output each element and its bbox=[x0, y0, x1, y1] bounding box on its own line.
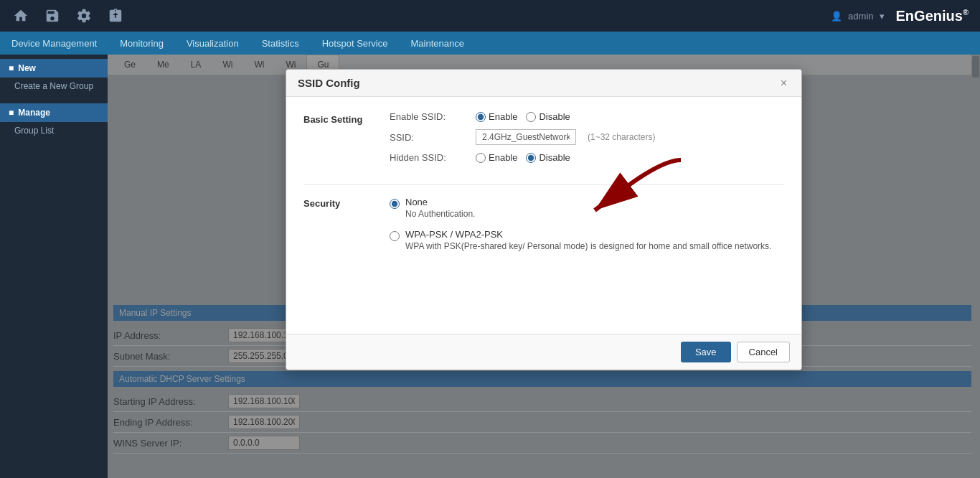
security-none-option: None No Authentication. bbox=[390, 197, 784, 219]
admin-icon: 👤 bbox=[831, 11, 842, 22]
nav-visualization[interactable]: Visualization bbox=[184, 38, 242, 49]
security-wpa-text: WPA-PSK / WPA2-PSK WPA with PSK(Pre-shar… bbox=[405, 229, 771, 251]
top-bar-left bbox=[11, 6, 125, 25]
nav-statistics[interactable]: Statistics bbox=[259, 38, 302, 49]
enable-ssid-control: Enable Disable bbox=[476, 111, 570, 122]
security-wpa-option: WPA-PSK / WPA2-PSK WPA with PSK(Pre-shar… bbox=[390, 229, 784, 251]
save-button[interactable]: Save bbox=[681, 342, 731, 362]
nav-hotspot[interactable]: Hotspot Service bbox=[319, 38, 391, 49]
sidebar-section-new: ■ New Create a New Group bbox=[0, 55, 108, 99]
ssid-hint: (1~32 characters) bbox=[588, 132, 655, 142]
hidden-disable-input[interactable] bbox=[526, 153, 536, 163]
settings-icon[interactable] bbox=[75, 6, 93, 25]
sidebar-manage-label: Manage bbox=[18, 108, 50, 118]
top-bar: 👤 admin ▾ EnGenius® bbox=[0, 0, 980, 32]
modal-overlay: SSID Config × Basic Setting Enable SSID: bbox=[108, 55, 980, 478]
sidebar-heading-manage[interactable]: ■ Manage bbox=[0, 103, 108, 122]
disable-radio-label[interactable]: Disable bbox=[526, 111, 570, 122]
sidebar-manage-icon: ■ bbox=[9, 108, 14, 118]
security-none-desc: No Authentication. bbox=[405, 209, 475, 219]
home-icon[interactable] bbox=[11, 6, 30, 25]
sidebar: ■ New Create a New Group ■ Manage Group … bbox=[0, 55, 108, 478]
modal-header: SSID Config × bbox=[286, 70, 801, 97]
sidebar-new-label: New bbox=[18, 63, 36, 73]
engenius-logo: EnGenius® bbox=[896, 8, 969, 24]
sidebar-new-icon: ■ bbox=[9, 63, 14, 73]
ssid-input[interactable] bbox=[476, 129, 576, 145]
layout: ■ New Create a New Group ■ Manage Group … bbox=[0, 55, 980, 478]
cancel-button[interactable]: Cancel bbox=[737, 342, 790, 362]
enable-radio-text: Enable bbox=[489, 111, 517, 122]
security-section: Security None No Authentication. bbox=[303, 197, 784, 261]
sidebar-section-manage: ■ Manage Group List bbox=[0, 99, 108, 144]
nav-device-management[interactable]: Device Management bbox=[9, 38, 100, 49]
ssid-row: SSID: (1~32 characters) bbox=[390, 129, 784, 145]
admin-arrow: ▾ bbox=[880, 11, 885, 22]
disable-radio-text: Disable bbox=[539, 111, 570, 122]
nav-monitoring[interactable]: Monitoring bbox=[117, 38, 166, 49]
security-section-label: Security bbox=[303, 197, 390, 261]
hidden-ssid-row: Hidden SSID: Enable Disable bbox=[390, 152, 784, 163]
basic-setting-label: Basic Setting bbox=[303, 111, 390, 170]
security-none-text: None No Authentication. bbox=[405, 197, 475, 219]
basic-setting-fields: Enable SSID: Enable Disable bbox=[390, 111, 784, 170]
clipboard-icon[interactable] bbox=[106, 6, 125, 25]
top-bar-right: 👤 admin ▾ EnGenius® bbox=[831, 8, 969, 24]
hidden-enable-label[interactable]: Enable bbox=[476, 152, 517, 163]
nav-maintenance[interactable]: Maintenance bbox=[407, 38, 466, 49]
enable-radio-input[interactable] bbox=[476, 112, 486, 122]
hidden-enable-text: Enable bbox=[489, 152, 517, 163]
save-icon[interactable] bbox=[43, 6, 62, 25]
modal-title: SSID Config bbox=[298, 77, 360, 89]
sidebar-heading-new[interactable]: ■ New bbox=[0, 59, 108, 78]
enable-radio-label[interactable]: Enable bbox=[476, 111, 517, 122]
ssid-label: SSID: bbox=[390, 132, 476, 143]
enable-ssid-label: Enable SSID: bbox=[390, 111, 476, 122]
sidebar-item-create-group[interactable]: Create a New Group bbox=[0, 78, 108, 95]
hidden-ssid-label: Hidden SSID: bbox=[390, 152, 476, 163]
section-divider bbox=[303, 184, 784, 185]
security-wpa-desc: WPA with PSK(Pre-shared key/ Personal mo… bbox=[405, 241, 771, 251]
hidden-disable-text: Disable bbox=[539, 152, 570, 163]
modal-close-button[interactable]: × bbox=[778, 78, 790, 89]
security-wpa-title: WPA-PSK / WPA2-PSK bbox=[405, 229, 771, 240]
basic-setting-section: Basic Setting Enable SSID: Enable bbox=[303, 111, 784, 170]
admin-label: admin bbox=[848, 11, 873, 22]
security-none-radio[interactable] bbox=[390, 199, 400, 209]
enable-ssid-row: Enable SSID: Enable Disable bbox=[390, 111, 784, 122]
hidden-disable-label[interactable]: Disable bbox=[526, 152, 570, 163]
ssid-config-modal: SSID Config × Basic Setting Enable SSID: bbox=[286, 69, 802, 370]
ssid-control: (1~32 characters) bbox=[476, 129, 655, 145]
secondary-nav: Device Management Monitoring Visualizati… bbox=[0, 32, 980, 55]
modal-body: Basic Setting Enable SSID: Enable bbox=[286, 97, 801, 334]
security-options: None No Authentication. WPA-PSK / WPA2-P… bbox=[390, 197, 784, 261]
modal-footer: Save Cancel bbox=[286, 334, 801, 370]
security-wpa-radio[interactable] bbox=[390, 231, 400, 241]
hidden-ssid-control: Enable Disable bbox=[476, 152, 570, 163]
disable-radio-input[interactable] bbox=[526, 112, 536, 122]
main-content: Ge Me LA Wi Wi Wi Gu Manual IP Settings … bbox=[108, 55, 980, 478]
sidebar-item-group-list[interactable]: Group List bbox=[0, 122, 108, 139]
security-none-title: None bbox=[405, 197, 475, 207]
hidden-enable-input[interactable] bbox=[476, 153, 486, 163]
